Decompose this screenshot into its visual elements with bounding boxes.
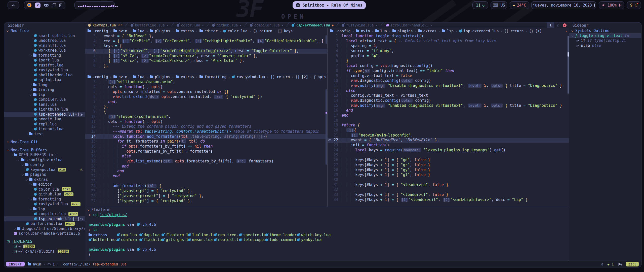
breadcrumb-item[interactable]: .config [93, 75, 108, 79]
breadcrumb-item[interactable]: extras [423, 29, 436, 33]
code-line[interactable]: 20▏ ▏ ▏ ▏ ▏ end [85, 164, 327, 169]
breadcrumb-item[interactable]: .config [335, 29, 350, 33]
code-line[interactable]: 11▏ ▏ vim.notify(msg: "Disable diagnosti… [328, 83, 569, 88]
tree-item--config-nvim-lua[interactable]: .config/nvim/lua [4, 157, 85, 162]
tree-item-editor[interactable]: editor [4, 182, 85, 187]
code-line[interactable]: 8▏ if type(v: config.virtual_text) == "t… [328, 69, 569, 74]
weather-widget[interactable]: 24°C [510, 1, 529, 9]
tree-item-lsp[interactable]: lsp [4, 207, 85, 212]
tree-item-scrollbar-handle-vertical-p[interactable]: scrollbar-handle-vertical.p [4, 231, 85, 236]
code-line[interactable]: 32 [328, 187, 569, 192]
code-line[interactable]: 16▏ ▏ ▏ ▏ ▏ if opts.formatters_by_ft[ft]… [85, 144, 327, 149]
code-line[interactable]: 5▏ ▏ prefix = "●", [328, 54, 569, 59]
code-line[interactable]: 27▏ ▏ ▏ ▏ ["typescript"] = { "rustywind"… [85, 199, 327, 204]
code-line[interactable]: 7▏ ▏ end, [85, 99, 327, 105]
tree-item-undotree-lua[interactable]: undotree.lua [4, 38, 85, 43]
tree-item-config[interactable]: config [4, 162, 85, 167]
code-line[interactable]: 9▏ { [85, 109, 327, 114]
tree-item-rustywind-lua[interactable]: rustywind.lua#726 [4, 202, 85, 207]
code-line[interactable]: 18▏ ▏ ▏ ▏ ▏ else [85, 154, 327, 159]
breadcrumb-item[interactable]: return [259, 29, 272, 33]
tree-item-color-lua[interactable]: color.lua#493 [4, 187, 85, 192]
code-line[interactable]: 14▏ ▏ vim.diagnostic.config(opts: config… [328, 98, 569, 103]
scrollbar-handle[interactable] [326, 35, 327, 44]
code-line[interactable]: 1local function toggle_diag_virtext() [328, 34, 569, 39]
vim-workspace-icon[interactable]: V [35, 3, 41, 8]
tree-item-timeout-lua[interactable]: timeout.lua [4, 127, 85, 132]
tree-item-neodim-lua[interactable]: neodim.lua [4, 117, 85, 122]
tab-close-icon[interactable]: × [430, 23, 432, 27]
code-line[interactable]: 2▏ local virtual_text = { -- Default vir… [328, 39, 569, 44]
tree-item--c-n-l-plugins[interactable]: ~/.c/n/l/plugins#3980 [4, 249, 85, 254]
notifications-widget[interactable]: 9 [627, 1, 641, 9]
breadcrumb-item[interactable]: nvim [118, 29, 127, 33]
tree-item-test[interactable]: test [4, 131, 85, 137]
keyboard-layout-widget[interactable]: ⌨ US [491, 1, 507, 9]
tab-github-lua[interactable]: github.lua× [209, 22, 245, 28]
code-line[interactable]: 7▏ local config = vim.diagnostic.config(… [328, 63, 569, 69]
ls-file[interactable]: which-key.lua [297, 232, 569, 237]
tree-item-open-buffers-in-[interactable]: OPEN BUFFERS in ~ [4, 153, 85, 158]
code-line[interactable]: 13▏ ▏ ▏ ---@param tbl table<string, conf… [85, 129, 327, 134]
tree-item-lens-lua[interactable]: lens.lua [4, 102, 85, 107]
code-line[interactable]: 28▏ ▏ ▏ keys[#keys + 1] = { "gy", false … [328, 168, 569, 173]
code-line[interactable]: 8▏ }, [85, 104, 327, 109]
code-line[interactable]: 18 [328, 118, 569, 123]
code-line[interactable]: 12▏ ▏ ▏ --- Extend the conform plugin co… [85, 124, 327, 129]
tree-item-smart-splits-lua[interactable]: smart-splits.lua [4, 33, 85, 38]
tab-bufferline-lua[interactable]: bufferline.lua× [128, 22, 172, 28]
ls-file[interactable]: cmp.lua [117, 232, 139, 237]
ls-file[interactable]: gitsigns.lua [162, 237, 188, 242]
breadcrumb-item[interactable]: formatting [205, 75, 226, 79]
breadcrumb-item[interactable]: lua [380, 29, 387, 33]
breadcrumb-item[interactable]: plugins [155, 29, 170, 33]
code-line[interactable]: 27▏ ▏ ▏ keys[#keys + 1] = { "gr", false … [328, 163, 569, 168]
tab-close-icon[interactable]: × [281, 23, 284, 27]
breadcrumb-item[interactable]: lua [138, 75, 144, 79]
browser-workspace-icon[interactable] [27, 3, 31, 7]
tree-item-juegos-indies-steamlibrary-st[interactable]: Juegos/Indies/SteamLibrary/st [4, 226, 85, 231]
code-line[interactable]: 20▏ [1]{ [328, 128, 569, 133]
tab-scrollbar-handle-[interactable]: scrollbar-handle-…× [383, 22, 435, 28]
tree-item-formatting[interactable]: formatting [4, 197, 85, 202]
updates-widget[interactable]: 11 ↻ [472, 1, 488, 9]
code-line[interactable]: 4▏ ▏ source = "if_many", [328, 49, 569, 54]
breadcrumb-item[interactable]: color.lua [228, 29, 248, 33]
code-line[interactable]: 30 [328, 178, 569, 183]
ls-file[interactable]: flash.lua [139, 237, 162, 242]
tab-close-icon[interactable]: × [239, 23, 242, 27]
tree-item-lsp-extended-lu[interactable]: lsp-extended.lu[+] [4, 216, 85, 221]
tab-compiler-lua[interactable]: compiler.lua× [247, 22, 287, 28]
code-line[interactable]: 31▏ ▏ ▏ keys[#keys + 1] = { "<leader>ca"… [328, 183, 569, 188]
tree-item-bufferline-lua[interactable]: bufferline.lua#328 [4, 221, 85, 226]
breadcrumb-item[interactable]: return [277, 75, 290, 79]
section-header-neo-tree-buffers[interactable]: Neo-Tree Buffers [4, 148, 85, 153]
ls-folder[interactable]: extras [89, 232, 117, 237]
outline-item-toggle_diag_virtext[interactable]: ƒtoggle_diag_virtext fu [569, 33, 641, 38]
code-line[interactable]: 15▏ ▏ vim.notify(msg: "Enabled diagnosti… [328, 103, 569, 108]
code-line[interactable]: 9▏ ▏ config.virtual_text = false [328, 74, 569, 79]
code-line[interactable]: 17▏ ▏ ▏ ▏ ▏ ▏ opts.formatters_by_ft[ft] … [85, 149, 327, 154]
games-workspace-icon[interactable] [44, 4, 49, 7]
tree-item-extras[interactable]: extras [4, 177, 85, 182]
code-line[interactable]: 19return { [328, 123, 569, 128]
breadcrumb-item[interactable]: extras [181, 29, 194, 33]
tab-close-icon[interactable]: × [202, 23, 204, 27]
code-line[interactable]: 21▏ ▏ [1]"neovim/nvim-lspconfig", [328, 133, 569, 138]
ls-file[interactable]: bufferline.lua [89, 237, 117, 242]
code-line[interactable]: 3▏ ▏ spacing = 4, [328, 44, 569, 49]
breadcrumb-item[interactable]: [2] [302, 75, 308, 79]
breadcrumb-item[interactable]: nvim [361, 29, 370, 33]
code-line[interactable]: 10▏ ▏ vim.diagnostic.config(opts: config… [328, 78, 569, 83]
ls-file[interactable]: neotest.lua [214, 237, 239, 242]
ls-file[interactable]: mason.lua [188, 237, 214, 242]
code-line[interactable]: 6▏ } [328, 58, 569, 63]
code-line[interactable]: 17end [328, 113, 569, 118]
code-line[interactable]: 14▏ ▏ ▏ local function add_formatters(tb… [85, 134, 327, 139]
ls-file[interactable]: lualine.lua [188, 232, 214, 237]
ls-file[interactable]: floaterm.lua [162, 232, 188, 237]
breadcrumb-item[interactable]: plugins [155, 75, 170, 79]
code-line[interactable]: 7▏ ▏ { [1]"<S-C>", [2]"<cmd>CccConvert<c… [85, 54, 327, 59]
tree-item-compiler-lua[interactable]: compiler.lua [4, 97, 85, 102]
tree-item-lsp[interactable]: lsp [4, 92, 85, 97]
